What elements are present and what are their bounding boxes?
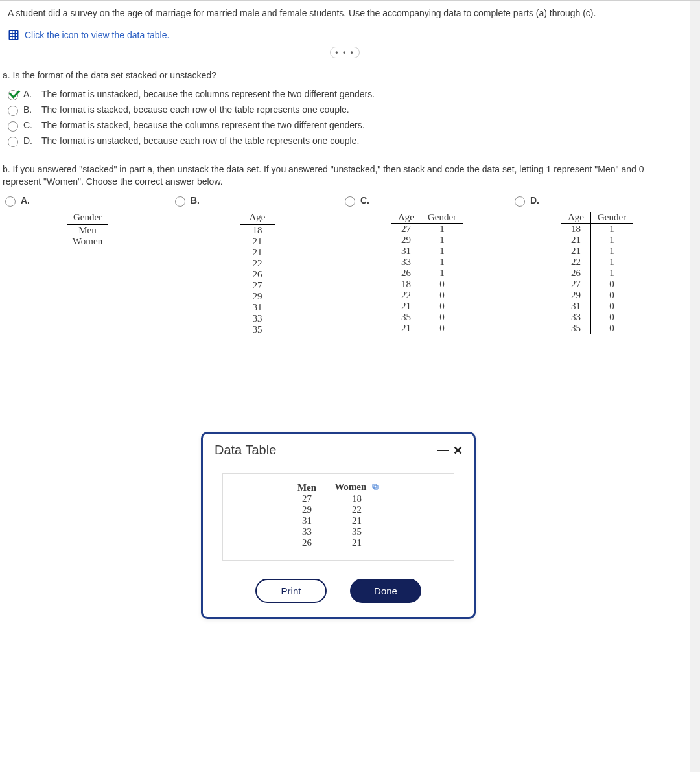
table-cell: 1 (421, 257, 463, 268)
modal-h1: Men (288, 482, 325, 493)
option-b-table: Age 18212122262729313335 (240, 212, 275, 335)
table-row: 220 (391, 290, 463, 301)
table-cell: 35 (325, 526, 388, 537)
parta-question: a. Is the format of the data set stacked… (3, 70, 682, 87)
table-row: 3121 (288, 515, 388, 526)
table-cell: 31 (561, 301, 591, 312)
table-cell: 18 (561, 223, 591, 235)
mc-text: The format is unstacked, because the col… (41, 89, 679, 99)
table-cell: 18 (391, 279, 421, 290)
mc-letter: C. (23, 120, 36, 130)
modal-data-table: Men Women 27182922312133352621 (288, 482, 388, 548)
table-cell: 0 (590, 323, 633, 334)
table-row: 2922 (288, 504, 388, 515)
close-button[interactable]: ✕ (450, 443, 465, 458)
table-cell: Women (67, 236, 108, 247)
option-a-header: Gender (67, 212, 108, 225)
table-row: 210 (391, 323, 463, 334)
partb-radio-a[interactable] (5, 196, 16, 207)
table-cell: 1 (421, 235, 463, 246)
copy-icon[interactable] (371, 482, 379, 493)
partb-radio-d[interactable] (515, 196, 525, 207)
table-cell: 0 (421, 290, 463, 301)
table-icon[interactable] (8, 29, 19, 41)
table-cell: 29 (391, 235, 421, 246)
table-row: 181 (561, 223, 633, 235)
table-cell: 27 (391, 223, 421, 235)
table-cell: 22 (240, 258, 275, 269)
table-row: 311 (391, 246, 463, 257)
table-cell: 18 (325, 493, 388, 504)
table-row: 310 (561, 301, 633, 312)
scrollbar[interactable] (690, 1, 700, 772)
table-cell: 0 (421, 279, 463, 290)
minimize-button[interactable]: — (436, 443, 450, 457)
table-cell: 21 (561, 246, 591, 257)
table-row: 211 (561, 235, 633, 246)
table-cell: 1 (590, 246, 633, 257)
option-d-table: Age Gender 18121121122126127029031033035… (561, 212, 633, 335)
option-b-header: Age (240, 212, 275, 225)
parta-radio-c[interactable] (8, 121, 18, 132)
partb-question: b. If you answered "stacked" in part a, … (0, 156, 690, 190)
table-cell: 26 (288, 537, 325, 548)
table-row: 330 (561, 312, 633, 323)
table-cell: 27 (561, 279, 591, 290)
svg-rect-0 (9, 30, 18, 40)
expand-dots-button[interactable]: • • • (330, 47, 360, 58)
svg-rect-6 (373, 484, 377, 488)
table-row: 210 (391, 301, 463, 312)
data-table-modal: Data Table — ✕ Men Women (201, 432, 476, 619)
table-cell: 35 (391, 312, 421, 323)
modal-title: Data Table (215, 443, 436, 458)
table-cell: 0 (421, 323, 463, 334)
table-cell: 21 (391, 323, 421, 334)
table-row: 2718 (288, 493, 388, 504)
table-cell: 21 (325, 515, 388, 526)
table-row: 221 (561, 257, 633, 268)
table-cell: 29 (240, 291, 275, 302)
option-c-table: Age Gender 27129131133126118022021035021… (391, 212, 463, 335)
mc-letter: D. (23, 135, 36, 146)
table-cell: 31 (240, 302, 275, 313)
table-cell: 1 (421, 246, 463, 257)
table-cell: 26 (391, 268, 421, 279)
table-cell: 18 (240, 225, 275, 236)
option-a-table: Gender MenWomen (67, 212, 108, 335)
partb-label-b: B. (191, 195, 200, 205)
table-row: 2621 (288, 537, 388, 548)
table-row: 291 (391, 235, 463, 246)
mc-text: The format is stacked, because the colum… (41, 120, 679, 130)
partb-radio-b[interactable] (175, 196, 185, 207)
table-cell: 29 (561, 290, 591, 301)
table-cell: 26 (561, 268, 591, 279)
table-cell: 0 (590, 290, 633, 301)
table-cell: 1 (421, 223, 463, 235)
view-data-table-link[interactable]: Click the icon to view the data table. (25, 30, 169, 40)
done-button[interactable]: Done (350, 579, 421, 603)
table-row: 180 (391, 279, 463, 290)
partb-radio-c[interactable] (345, 196, 355, 207)
parta-radio-d[interactable] (8, 137, 18, 147)
table-cell: 0 (590, 301, 633, 312)
table-cell: Men (67, 225, 108, 236)
option-c-h1: Age (391, 212, 421, 224)
intro-text: A student did a survey on the age of mar… (0, 1, 690, 24)
mc-letter: B. (23, 104, 36, 115)
print-button[interactable]: Print (255, 579, 327, 603)
mc-letter: A. (23, 89, 36, 99)
table-cell: 21 (561, 235, 591, 246)
table-cell: 22 (391, 290, 421, 301)
table-cell: 1 (590, 257, 633, 268)
parta-radio-b[interactable] (8, 106, 18, 116)
option-d-h2: Gender (590, 212, 633, 224)
table-cell: 1 (590, 235, 633, 246)
modal-h2: Women (334, 482, 366, 492)
parta-radio-a[interactable] (8, 90, 18, 100)
table-row: 271 (391, 223, 463, 235)
table-cell: 31 (288, 515, 325, 526)
table-cell: 33 (288, 526, 325, 537)
partb-label-a: A. (21, 195, 30, 205)
partb-label-c: C. (360, 195, 369, 205)
table-row: 261 (561, 268, 633, 279)
